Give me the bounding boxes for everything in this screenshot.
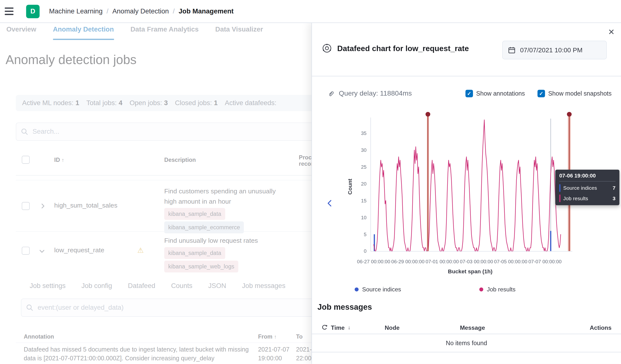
stat-total-jobs: Total jobs:4 [86,99,122,107]
checkbox-checked[interactable]: ✓ [466,90,473,97]
column-header-actions: Actions [572,324,611,331]
tab-anomaly-detection[interactable]: Anomaly Detection [53,26,114,40]
svg-text:07-07 00:00:00: 07-07 00:00:00 [528,259,562,264]
stat-active-datafeeds: Active datafeeds: [225,99,278,107]
svg-text:06-27 00:00:00: 06-27 00:00:00 [357,259,390,264]
divider [312,76,621,77]
calendar-icon [508,46,516,54]
stat-active-ml-nodes: Active ML nodes:1 [22,99,79,107]
annotation-paperclip-icon [328,90,335,97]
breadcrumb: Machine Learning / Anomaly Detection / J… [49,7,234,15]
breadcrumb-job-management: Job Management [179,7,234,15]
tab-job-messages[interactable]: Job messages [242,282,285,290]
search-icon [26,304,33,311]
search-icon [21,128,28,135]
breadcrumb-separator: / [173,7,175,15]
breadcrumb-separator: / [106,7,108,15]
previous-page-button[interactable] [326,199,334,208]
empty-table-message: No items found [312,334,621,352]
page-title: Anomaly detection jobs [6,52,137,67]
column-header-node: Node [385,324,460,331]
row-checkbox[interactable] [22,202,30,210]
job-id: high_sum_total_sales [54,202,118,209]
ml-top-tabs: Overview Anomaly Detection Data Frame An… [6,26,263,40]
svg-text:25: 25 [361,164,366,170]
datepicker-value: 07/07/2021 10:00 PM [520,46,583,54]
refresh-icon[interactable] [321,324,328,331]
checkbox-label: Show annotations [476,90,525,97]
row-checkbox[interactable] [22,247,30,254]
svg-text:07-03 00:00:00: 07-03 00:00:00 [460,259,493,264]
warning-icon[interactable]: ⚠ [137,246,144,255]
series-color-bar [559,195,561,202]
tab-data-frame-analytics[interactable]: Data Frame Analytics [130,26,199,40]
show-annotations-toggle[interactable]: ✓ Show annotations [466,90,525,97]
tab-overview[interactable]: Overview [6,26,36,40]
sort-asc-icon: ↑ [274,334,277,340]
close-icon[interactable]: ✕ [608,27,615,37]
svg-text:06-29 00:00:00: 06-29 00:00:00 [391,259,425,264]
series-color-bar [559,184,561,192]
flyout-title: Datafeed chart for low_request_rate [337,44,469,53]
svg-text:07-01 00:00:00: 07-01 00:00:00 [426,259,459,264]
sort-asc-icon: ↑ [62,157,64,163]
chevron-left-icon [326,199,334,208]
app: D Machine Learning / Anomaly Detection /… [0,0,621,364]
svg-text:15: 15 [361,198,366,203]
tooltip-row: Job results 3 [559,195,616,202]
annotation-message: Datafeed has missed 5 documents due to i… [24,345,253,363]
tooltip-timestamp: 07-06 19:00:00 [559,173,616,182]
tooltip-row: Source indices 7 [559,184,616,192]
annotation-from: 2021-07-07 19:00:00 [258,345,294,363]
datepicker-field[interactable]: 07/07/2021 10:00 PM [502,41,607,59]
datafeed-chart-flyout: ✕ Datafeed chart for low_request_rate 07… [311,22,621,364]
column-header-from[interactable]: From ↑ [258,333,277,340]
column-header-time[interactable]: Time ↓ [321,324,385,331]
svg-text:Bucket span (1h): Bucket span (1h) [448,268,493,275]
tab-job-config[interactable]: Job config [82,282,112,290]
svg-text:35: 35 [361,131,366,136]
chevron-right-icon[interactable] [40,203,46,209]
column-header-annotation: Annotation [24,333,54,340]
global-header: D Machine Learning / Anomaly Detection /… [0,0,621,23]
svg-text:0: 0 [364,248,366,254]
legend-dot [355,287,359,291]
menu-icon[interactable] [5,3,20,19]
select-all-checkbox[interactable] [22,156,30,164]
column-header-description: Description [164,157,196,163]
svg-text:Count: Count [347,179,353,195]
stat-open-jobs: Open jobs:3 [129,99,168,107]
tab-datafeed[interactable]: Datafeed [128,282,155,290]
job-id: low_request_rate [54,247,104,254]
job-messages-title: Job messages [317,302,372,312]
stat-closed-jobs: Closed jobs:1 [175,99,218,107]
breadcrumb-anomaly-detection[interactable]: Anomaly Detection [112,7,169,15]
index-badge: kibana_sample_data [164,247,225,259]
column-header-to[interactable]: To [296,333,303,340]
tab-counts[interactable]: Counts [171,282,192,290]
chart-tooltip: 07-06 19:00:00 Source indices 7 Job resu… [555,170,619,205]
column-header-id[interactable]: ID ↑ [54,157,64,163]
datafeed-chart[interactable] [370,118,572,251]
svg-text:5: 5 [364,232,366,237]
chevron-down-icon[interactable] [39,248,45,254]
index-badge: kibana_sample_data [164,208,225,220]
breadcrumb-machine-learning[interactable]: Machine Learning [49,7,103,15]
tab-data-visualizer[interactable]: Data Visualizer [215,26,263,40]
space-avatar[interactable]: D [26,5,40,18]
svg-text:20: 20 [361,181,366,186]
index-badge: kibana_sample_web_logs [164,261,238,273]
tab-json[interactable]: JSON [208,282,226,290]
checkbox-checked[interactable]: ✓ [537,90,545,97]
job-description: Find customers spending an unusually hig… [164,186,283,233]
query-delay: Query delay: 118804ms [328,89,412,98]
job-description: Find unusually low request rates kibana_… [164,235,283,272]
legend-source-indices[interactable]: Source indices [355,286,401,293]
svg-text:07-05 00:00:00: 07-05 00:00:00 [494,259,527,264]
job-detail-tabs: Job settings Job config Datafeed Counts … [30,282,285,290]
legend-job-results[interactable]: Job results [479,286,516,293]
tab-job-settings[interactable]: Job settings [30,282,66,290]
job-messages-header: Time ↓ Node Message Actions [312,321,621,334]
show-model-snapshots-toggle[interactable]: ✓ Show model snapshots [537,90,612,97]
legend-dot [479,287,483,291]
